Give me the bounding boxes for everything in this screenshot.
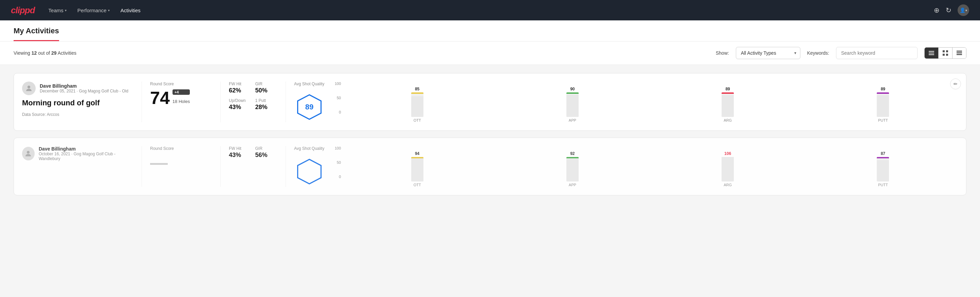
avg-shot-quality-label-1: Avg Shot Quality — [294, 81, 324, 86]
svg-rect-4 — [946, 50, 948, 52]
shot-quality-section-2: Avg Shot Quality 100 50 0 — [286, 146, 958, 187]
svg-rect-6 — [946, 54, 948, 56]
activity-card-wrapper-1: Dave Billingham December 05, 2021 · Gog … — [14, 73, 966, 131]
bar-ott-value-1: 85 — [415, 87, 419, 91]
bar-app-value-1: 90 — [570, 87, 574, 91]
bar-ott-2: 94 OTT — [342, 151, 492, 187]
stat-value-fw-hit-2: 43% — [229, 152, 248, 159]
list-detail-icon — [956, 50, 962, 56]
bar-putt-2: 87 PUTT — [808, 151, 958, 187]
bar-putt-accent-1 — [877, 93, 889, 94]
bar-putt-fill-1 — [877, 95, 889, 117]
y-label-0-1: 0 — [339, 110, 341, 114]
card-left-1: Dave Billingham December 05, 2021 · Gog … — [22, 81, 131, 122]
bar-app-fill-1 — [566, 95, 579, 117]
y-label-50-2: 50 — [337, 160, 341, 164]
user-name-2: Dave Billingham — [39, 146, 131, 152]
stat-value-fw-hit-1: 62% — [229, 87, 248, 94]
user-icon — [25, 84, 33, 93]
shot-quality-section-1: Avg Shot Quality 89 100 50 — [286, 81, 958, 122]
bar-putt-label-2: PUTT — [878, 183, 888, 187]
user-name-1: Dave Billingham — [40, 83, 128, 89]
content: Dave Billingham December 05, 2021 · Gog … — [0, 73, 980, 210]
y-label-0-2: 0 — [339, 175, 341, 179]
bar-ott-label-2: OTT — [414, 183, 421, 187]
bar-app-fill-2 — [566, 159, 579, 182]
user-row-2: Dave Billingham October 16, 2021 · Gog M… — [22, 146, 131, 161]
add-icon[interactable]: ⊕ — [934, 6, 940, 14]
bar-ott-1: 85 OTT — [342, 87, 492, 122]
score-row-1: 74 +4 18 Holes — [150, 89, 210, 107]
stat-label-fw-hit-1: FW Hit — [229, 81, 248, 86]
bar-app-label-2: APP — [569, 183, 576, 187]
refresh-icon[interactable]: ↻ — [946, 6, 951, 14]
filter-bar: Viewing 12 out of 29 Activities Show: Al… — [0, 42, 980, 65]
bar-arg-label-2: ARG — [724, 183, 732, 187]
stat-value-1putt-1: 28% — [255, 104, 275, 111]
activity-type-select[interactable]: All Activity Types — [736, 47, 800, 59]
grid-icon — [943, 50, 948, 56]
svg-rect-5 — [943, 54, 945, 56]
stat-label-fw-hit-2: FW Hit — [229, 146, 248, 151]
bar-ott-fill-2 — [411, 158, 423, 182]
data-source-1: Data Source: Arccos — [22, 112, 131, 117]
bar-app-2: 92 APP — [498, 151, 647, 187]
stat-gir-2: GIR 56% — [255, 146, 275, 159]
bar-putt-accent-2 — [877, 157, 889, 158]
nav-item-activities[interactable]: Activities — [121, 8, 141, 13]
stat-fw-hit-1: FW Hit 62% — [229, 81, 248, 94]
svg-rect-0 — [929, 51, 934, 52]
bar-arg-value-2: 106 — [724, 151, 731, 156]
stat-label-gir-1: GIR — [255, 81, 275, 86]
view-toggles — [924, 47, 966, 59]
activity-title-1: Morning round of golf — [22, 99, 131, 107]
nav-item-teams[interactable]: Teams ▾ — [49, 8, 67, 13]
svg-rect-9 — [956, 54, 962, 55]
score-row-2: — — [150, 153, 210, 171]
logo[interactable]: clippd — [11, 5, 35, 16]
view-toggle-grid[interactable] — [939, 48, 953, 59]
bar-arg-value-1: 89 — [725, 87, 730, 91]
svg-rect-1 — [929, 53, 934, 53]
svg-rect-7 — [956, 51, 962, 52]
bar-app-accent-2 — [566, 157, 579, 158]
view-toggle-list-detail[interactable] — [953, 48, 966, 59]
nav-items: Teams ▾ Performance ▾ Activities — [49, 8, 920, 13]
search-input[interactable] — [836, 47, 918, 59]
stat-gir-1: GIR 50% — [255, 81, 275, 94]
bar-arg-fill-1 — [722, 95, 734, 117]
view-toggle-list-compact[interactable] — [925, 48, 939, 59]
stat-value-gir-2: 56% — [255, 152, 275, 159]
bar-ott-accent-1 — [411, 93, 423, 94]
keywords-label: Keywords: — [807, 50, 829, 56]
user-date-1: December 05, 2021 · Gog Magog Golf Club … — [40, 89, 128, 93]
bar-arg-label-1: ARG — [724, 118, 732, 122]
activity-card-wrapper-2: Dave Billingham October 16, 2021 · Gog M… — [14, 137, 966, 195]
hexagon-container-1: 89 — [294, 92, 325, 122]
score-section-1: Round Score 74 +4 18 Holes — [142, 81, 210, 122]
bar-chart-1: 100 50 0 85 OTT — [331, 81, 958, 122]
big-score-2: — — [150, 153, 168, 171]
bar-ott-value-2: 94 — [415, 151, 419, 156]
stat-label-gir-2: GIR — [255, 146, 275, 151]
bar-arg-accent-1 — [722, 93, 734, 94]
bar-arg-2: 106 ARG — [653, 151, 803, 187]
bar-chart-2: 100 50 0 94 OTT — [331, 146, 958, 187]
avatar[interactable]: 👤 ▾ — [958, 5, 969, 16]
stats-section-2: FW Hit 43% GIR 56% — [220, 146, 275, 187]
bar-app-label-1: APP — [569, 118, 576, 122]
nav-item-performance[interactable]: Performance ▾ — [78, 8, 110, 13]
bar-app-value-2: 92 — [570, 151, 574, 156]
y-label-100-2: 100 — [335, 146, 341, 150]
avatar-chevron: ▾ — [966, 8, 967, 12]
list-compact-icon — [929, 50, 934, 56]
svg-point-10 — [27, 86, 30, 88]
nav-right: ⊕ ↻ 👤 ▾ — [934, 5, 969, 16]
chevron-down-icon: ▾ — [65, 8, 67, 12]
edit-button-1[interactable]: ✏ — [950, 78, 961, 89]
hex-score-1: 89 — [305, 103, 313, 112]
svg-rect-3 — [943, 50, 945, 52]
user-date-2: October 16, 2021 · Gog Magog Golf Club -… — [39, 152, 131, 161]
svg-rect-2 — [929, 54, 934, 55]
bar-app-accent-1 — [566, 93, 579, 94]
